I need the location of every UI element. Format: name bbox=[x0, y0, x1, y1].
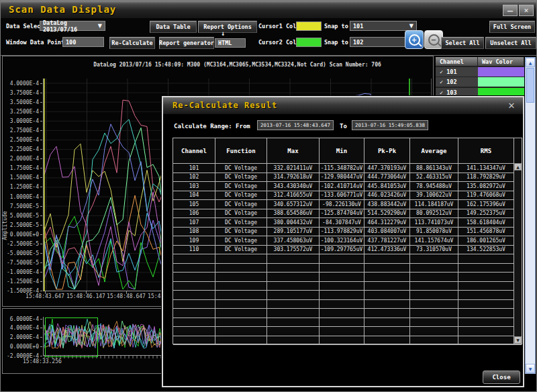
minimize-button[interactable]: — bbox=[503, 5, 518, 16]
y-tick-label: -1.2500E-4 bbox=[7, 279, 39, 285]
window-data-points-input[interactable]: 100 bbox=[62, 37, 104, 47]
result-cell: 102 bbox=[173, 173, 215, 182]
result-cell: 110 bbox=[173, 246, 215, 254]
result-empty-cell bbox=[320, 254, 364, 263]
cursor2-color-swatch[interactable] bbox=[296, 38, 322, 47]
channel-row[interactable]: ✓ 101 bbox=[436, 67, 524, 77]
table-scroll-down-button[interactable]: ▼ bbox=[514, 336, 522, 344]
scrollbar-thumb[interactable] bbox=[526, 68, 534, 103]
close-button[interactable]: ✕ bbox=[519, 5, 534, 16]
channel-row[interactable]: ✓ 102 bbox=[436, 77, 524, 87]
result-row[interactable]: 102DC Voltage314.792618uV-129.980447uV44… bbox=[173, 173, 522, 183]
result-empty-cell bbox=[364, 273, 410, 281]
zoom-in-button[interactable]: + bbox=[405, 30, 424, 49]
result-cell: 289.105177uV bbox=[267, 228, 320, 236]
result-column-header: Function bbox=[215, 138, 267, 163]
result-row[interactable]: 105DC Voltage340.657312uV-98.226130uV438… bbox=[173, 200, 522, 209]
dialog-close-button[interactable]: ✕ bbox=[504, 99, 519, 111]
result-cell: 403.084007uV bbox=[364, 228, 410, 236]
overview-y-tick-label: 6.0000E-4 bbox=[7, 316, 39, 322]
chevron-down-icon: ▼ bbox=[98, 23, 102, 29]
result-row[interactable]: 104DC Voltage312.416655uV-133.606771uV44… bbox=[173, 191, 522, 201]
unselect-all-button[interactable]: Unselect All bbox=[485, 37, 536, 49]
data-select-combo[interactable]: DataLog 2013/07/16 ▼ bbox=[40, 21, 105, 31]
dialog-close-action-button[interactable]: Close bbox=[483, 371, 520, 384]
result-cell: 118.792829uV bbox=[458, 173, 514, 182]
result-empty-cell bbox=[215, 282, 267, 291]
report-generator-button[interactable]: Report generator bbox=[159, 37, 214, 49]
channel-list-header: Channel Wav Color bbox=[436, 57, 524, 66]
result-cell: DC Voltage bbox=[215, 182, 267, 191]
result-row[interactable]: 108DC Voltage289.105177uV-113.978829uV40… bbox=[173, 228, 522, 237]
result-cell: -113.978829uV bbox=[320, 228, 364, 236]
result-row[interactable]: 110DC Voltage303.175572uV-109.297765uV41… bbox=[173, 246, 522, 255]
report-format-field[interactable]: HTML bbox=[215, 38, 246, 48]
result-table-header: ChannelFunctionMaxMinPk-PkAverageRMS bbox=[173, 138, 522, 164]
result-table-scrollbar[interactable]: ▲ ▼ bbox=[514, 163, 522, 344]
result-empty-cell bbox=[215, 264, 267, 273]
cursor1-snap-combo[interactable]: 101 ▼ bbox=[350, 21, 417, 31]
result-cell: 312.416655uV bbox=[267, 191, 320, 200]
result-cell: DC Voltage bbox=[215, 173, 267, 182]
result-empty-cell bbox=[410, 336, 458, 345]
result-cell: 119.476068uV bbox=[458, 191, 514, 200]
y-tick-mark bbox=[40, 262, 42, 263]
report-options-button[interactable]: Report Options bbox=[198, 21, 257, 33]
result-cell: 141.157674uV bbox=[410, 236, 458, 245]
result-row[interactable]: 109DC Voltage337.458063uV-100.323164uV43… bbox=[173, 236, 522, 246]
cursor1-snap-value: 101 bbox=[353, 23, 363, 30]
range-from-input[interactable]: 2013-07-16 15:48:43.647 bbox=[257, 120, 334, 130]
select-all-button[interactable]: Select All bbox=[441, 37, 484, 49]
y-tick-label: 3.2500E-4 bbox=[7, 109, 39, 115]
table-scroll-up-button[interactable]: ▲ bbox=[514, 163, 522, 170]
result-row[interactable]: 106DC Voltage388.654586uV-125.874704uV51… bbox=[173, 209, 522, 219]
result-cell: DC Voltage bbox=[215, 209, 267, 218]
full-screen-button[interactable]: Full Screen bbox=[489, 21, 535, 33]
full-screen-label: Full Screen bbox=[493, 23, 531, 30]
report-format-value: HTML bbox=[218, 40, 232, 46]
range-to-input[interactable]: 2013-07-16 15:49:05.838 bbox=[352, 120, 428, 130]
result-cell: DC Voltage bbox=[215, 191, 267, 200]
app-title: Scan Data Display bbox=[9, 4, 116, 15]
scroll-up-button[interactable]: ▲ bbox=[526, 58, 535, 67]
recalculate-button[interactable]: Re-Calculate bbox=[109, 37, 155, 49]
result-row[interactable]: 103DC Voltage343.430340uV-102.410714uV44… bbox=[173, 182, 522, 191]
cursor1-color-swatch[interactable] bbox=[296, 21, 322, 31]
scroll-down-button[interactable]: ▼ bbox=[526, 364, 535, 373]
result-empty-row bbox=[173, 327, 522, 336]
result-row[interactable]: 101DC Voltage332.021411uV-115.348782uV44… bbox=[173, 164, 522, 173]
result-empty-cell bbox=[410, 300, 458, 309]
zoom-out-button[interactable]: − bbox=[424, 30, 443, 49]
result-cell: 134.522853uV bbox=[458, 246, 514, 254]
result-cell: 337.458063uV bbox=[267, 236, 320, 245]
result-empty-cell bbox=[458, 300, 514, 309]
overview-selection-box[interactable] bbox=[45, 317, 98, 357]
result-cell: DC Voltage bbox=[215, 164, 267, 173]
y-tick-label: -2.5000E-5 bbox=[7, 241, 39, 247]
result-cell: 412.473336uV bbox=[364, 246, 410, 254]
result-cell: 73.310570uV bbox=[410, 246, 458, 254]
result-cell: 445.841053uV bbox=[364, 182, 410, 191]
result-cell: -100.323164uV bbox=[320, 236, 364, 245]
result-cell: 103 bbox=[173, 182, 215, 191]
result-empty-cell bbox=[320, 264, 364, 273]
result-column-header: RMS bbox=[458, 138, 514, 163]
result-row[interactable]: 107DC Voltage380.004432uV-84.307847uV464… bbox=[173, 218, 522, 228]
y-tick-mark bbox=[40, 140, 42, 140]
result-cell: 78.945488uV bbox=[410, 182, 458, 191]
result-empty-row bbox=[173, 254, 522, 264]
result-empty-cell bbox=[458, 254, 514, 263]
y-tick-label: 1.5000E-4 bbox=[7, 175, 39, 181]
y-tick-label: -1.0000E-4 bbox=[7, 269, 39, 275]
result-empty-cell bbox=[215, 318, 267, 327]
result-cell: 104 bbox=[173, 191, 215, 200]
result-empty-cell bbox=[410, 273, 458, 281]
minimize-icon: — bbox=[507, 7, 514, 14]
overview-y-tick-mark bbox=[40, 319, 42, 320]
data-table-button[interactable]: Data Table bbox=[150, 21, 197, 33]
result-cell: 135.082972uV bbox=[458, 182, 514, 191]
result-cell: 88.861343uV bbox=[410, 164, 458, 173]
channel-list-scrollbar[interactable]: ▲ ▼ bbox=[525, 57, 536, 374]
y-tick-label: -7.5000E-5 bbox=[7, 260, 39, 266]
x-tick-label: 15:48:48.647 bbox=[105, 293, 148, 299]
